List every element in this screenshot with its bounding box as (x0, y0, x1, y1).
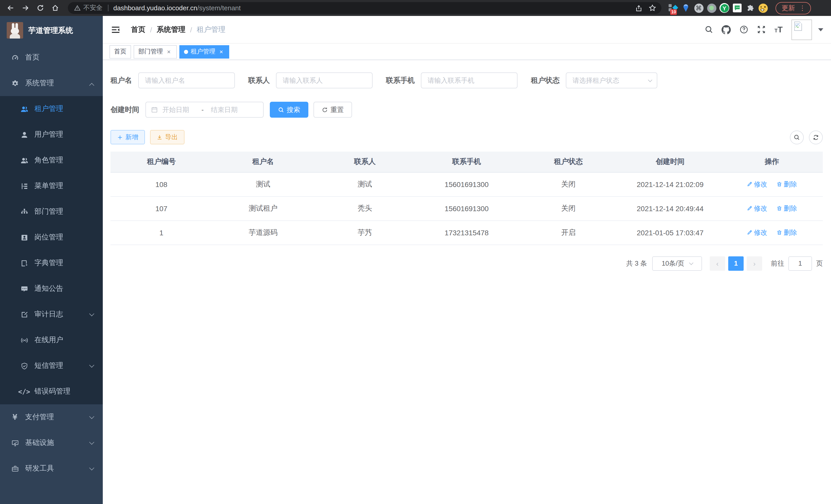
add-button[interactable]: 新增 (111, 130, 145, 144)
date-range-picker[interactable]: 开始日期 - 结束日期 (145, 102, 264, 118)
sidebar-item-dept[interactable]: 部门管理 (0, 199, 103, 225)
extension-record-icon[interactable] (705, 2, 718, 14)
close-icon[interactable]: × (166, 48, 172, 55)
chevron-up-icon (90, 79, 93, 87)
gear-icon (10, 79, 20, 88)
extension-badge: 10 (670, 9, 677, 15)
user-avatar[interactable] (792, 19, 812, 40)
next-page-button[interactable]: › (747, 256, 762, 270)
page-size-select[interactable]: 10条/页 (652, 256, 702, 270)
col-contact: 联系人 (314, 152, 416, 172)
share-icon[interactable] (632, 2, 646, 14)
close-icon[interactable]: × (218, 48, 225, 55)
browser-update-button[interactable]: 更新 ⋮ (775, 2, 811, 14)
edit-icon (747, 230, 752, 235)
font-size-icon[interactable]: TT (770, 16, 787, 43)
table-row: 107 测试租户 秃头 15601691300 关闭 2021-12-14 20… (111, 196, 823, 220)
col-actions: 操作 (721, 152, 823, 172)
breadcrumb-system[interactable]: 系统管理 (157, 25, 185, 34)
page-1-button[interactable]: 1 (728, 256, 744, 270)
edit-button[interactable]: 修改 (747, 228, 767, 237)
audit-log-icon (20, 310, 29, 319)
app-logo[interactable]: 芋道管理系统 (0, 16, 103, 45)
header-search-icon[interactable] (700, 16, 717, 43)
tenants-icon (20, 104, 29, 114)
tab-home[interactable]: 首页 (110, 45, 131, 58)
browser-back-icon[interactable] (3, 0, 18, 16)
delete-button[interactable]: 删除 (776, 204, 797, 213)
broken-image-icon (793, 21, 803, 31)
browser-home-icon[interactable] (48, 0, 63, 16)
extension-puzzle-icon[interactable] (744, 2, 756, 14)
tenant-table: 租户编号 租户名 联系人 联系手机 租户状态 创建时间 操作 108 测试 (111, 152, 823, 245)
extension-command-icon[interactable]: ⌘ (692, 2, 705, 14)
sidebar-item-tenant[interactable]: 租户管理 (0, 96, 103, 122)
screen: 不安全 dashboard.yudao.iocoder.cn/system/te… (0, 0, 831, 504)
sidebar-item-menu[interactable]: 菜单管理 (0, 173, 103, 199)
sidebar-item-sms[interactable]: 短信管理 (0, 353, 103, 379)
reset-button[interactable]: 重置 (314, 102, 352, 118)
active-dot (184, 50, 188, 54)
contact-input[interactable] (276, 72, 373, 88)
github-icon[interactable] (717, 16, 735, 43)
refresh-icon[interactable] (809, 130, 823, 144)
bookmark-star-icon[interactable] (646, 2, 659, 14)
breadcrumb-current: 租户管理 (197, 25, 226, 34)
user-icon (20, 130, 29, 139)
edit-button[interactable]: 修改 (747, 204, 767, 213)
sidebar-item-error-code[interactable]: </> 错误码管理 (0, 379, 103, 404)
dashboard-icon (10, 53, 20, 62)
browser-reload-icon[interactable] (33, 0, 48, 16)
status-select[interactable]: 请选择租户状态 (566, 72, 657, 88)
sidebar-item-role[interactable]: 角色管理 (0, 147, 103, 173)
export-button[interactable]: 导出 (150, 130, 184, 144)
mobile-input[interactable] (421, 72, 517, 88)
sidebar-item-notice[interactable]: 通知公告 (0, 276, 103, 302)
edit-button[interactable]: 修改 (747, 180, 767, 189)
url-text: dashboard.yudao.iocoder.cn/system/tenant (113, 4, 241, 12)
tenant-name-input[interactable] (138, 72, 235, 88)
app-title: 芋道管理系统 (28, 25, 73, 35)
edit-icon (747, 206, 752, 211)
delete-button[interactable]: 删除 (776, 228, 797, 237)
sidebar-item-post[interactable]: 岗位管理 (0, 225, 103, 250)
sidebar-item-pay[interactable]: ¥ 支付管理 (0, 404, 103, 430)
sidebar-fold-icon[interactable] (111, 25, 123, 34)
chevron-down-icon (90, 310, 93, 319)
fullscreen-icon[interactable] (752, 16, 770, 43)
col-tenant-name: 租户名 (212, 152, 314, 172)
toggle-search-icon[interactable] (790, 130, 804, 144)
search-button[interactable]: 搜索 (270, 102, 308, 118)
sidebar-item-online-users[interactable]: 在线用户 (0, 327, 103, 353)
extension-chat-icon[interactable] (731, 2, 744, 14)
sidebar-item-devtools[interactable]: 研发工具 (0, 456, 103, 481)
sidebar-item-user[interactable]: 用户管理 (0, 122, 103, 147)
address-bar[interactable]: 不安全 dashboard.yudao.iocoder.cn/system/te… (68, 2, 661, 14)
col-created: 创建时间 (619, 152, 721, 172)
extension-y-icon[interactable]: Y (718, 2, 731, 14)
tab-dept[interactable]: 部门管理 × (134, 45, 177, 58)
browser-forward-icon[interactable] (18, 0, 33, 16)
mobile-label: 联系手机 (386, 76, 415, 85)
sidebar-item-audit-log[interactable]: 审计日志 (0, 302, 103, 327)
sidebar-item-dict[interactable]: 字典管理 (0, 250, 103, 276)
extension-balloon-icon[interactable] (679, 2, 692, 14)
chevron-down-icon (90, 413, 93, 421)
sidebar-item-system[interactable]: 系统管理 (0, 70, 103, 96)
extension-emoji-icon[interactable] (756, 2, 769, 14)
delete-button[interactable]: 删除 (776, 180, 797, 189)
goto-page-input[interactable] (789, 256, 812, 270)
trash-icon (776, 230, 782, 235)
breadcrumb-home[interactable]: 首页 (131, 25, 145, 34)
prev-page-button[interactable]: ‹ (710, 256, 725, 270)
status-text: 关闭 (517, 196, 619, 220)
extension-collection-icon[interactable]: 10 (666, 2, 679, 14)
sidebar-item-infra[interactable]: 基础设施 (0, 430, 103, 456)
col-tenant-id: 租户编号 (111, 152, 212, 172)
tab-tenant[interactable]: 租户管理 × (179, 45, 229, 58)
avatar-caret-icon[interactable] (818, 28, 823, 34)
chevron-down-icon (90, 465, 93, 473)
sidebar-item-home[interactable]: 首页 (0, 45, 103, 70)
total-count: 共 3 条 (626, 259, 647, 268)
help-icon[interactable] (735, 16, 752, 43)
